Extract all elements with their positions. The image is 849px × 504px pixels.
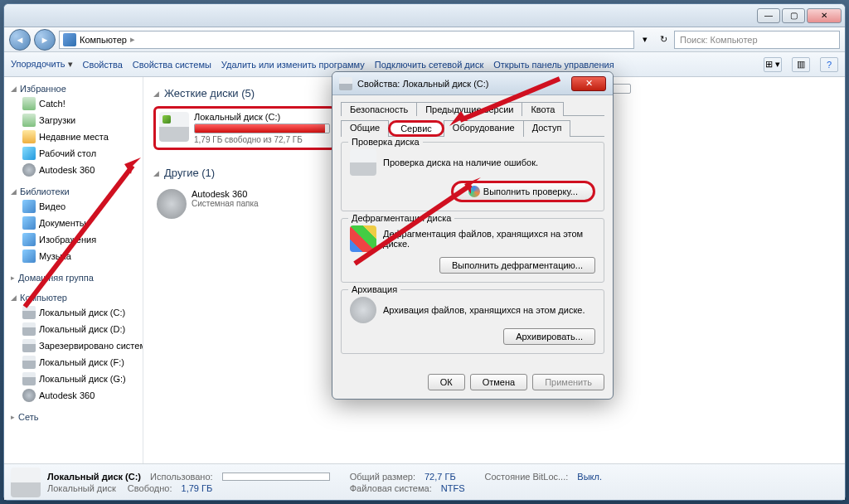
address-bar[interactable]: Компьютер ▸ (59, 31, 634, 49)
cancel-button[interactable]: Отмена (470, 374, 527, 390)
view-options-button[interactable]: ⊞ ▾ (764, 57, 782, 72)
sidebar-item-fav-0[interactable]: Catch! (4, 95, 143, 112)
forward-button[interactable]: ► (34, 29, 56, 51)
drive-free-text: 1,79 ГБ свободно из 72,7 ГБ (194, 135, 330, 144)
run-archive-button[interactable]: Архивировать... (503, 328, 595, 345)
properties-button[interactable]: Свойства (83, 60, 123, 70)
ic-auto-icon (22, 389, 36, 402)
drive-usage-bar (194, 124, 330, 133)
drive-icon (159, 112, 189, 142)
uninstall-button[interactable]: Удалить или изменить программу (221, 60, 365, 70)
tab-Общие[interactable]: Общие (341, 120, 389, 137)
organize-menu[interactable]: Упорядочить (11, 59, 73, 70)
refresh-button[interactable]: ↻ (656, 34, 671, 45)
status-fs-val: NTFS (441, 483, 465, 493)
status-free-val: 1,79 ГБ (182, 483, 213, 493)
sidebar-item-label: Зарезервировано системой (39, 341, 143, 351)
annotation-arrow-1 (17, 149, 158, 317)
dialog-footer: ОК Отмена Применить (332, 367, 613, 399)
archive-legend: Архивация (348, 284, 400, 294)
breadcrumb-sep: ▸ (130, 34, 135, 45)
breadcrumb[interactable]: Компьютер (80, 35, 127, 45)
ic-dl-icon (22, 114, 36, 127)
computer-icon (63, 33, 76, 46)
tab-Сервис[interactable]: Сервис (388, 120, 444, 137)
annotation-arrow-3 (347, 172, 496, 274)
tab-Безопасность[interactable]: Безопасность (341, 102, 417, 116)
folder-sub: Системная папка (192, 199, 332, 208)
maximize-button[interactable]: ▢ (782, 8, 805, 23)
sidebar-item-comp-4[interactable]: Локальный диск (G:) (4, 371, 143, 387)
ic-disk-icon (22, 322, 36, 336)
status-bitlocker-val: Выкл. (577, 472, 602, 482)
sidebar-item-label: Недавние места (39, 132, 109, 142)
status-used-label: Использовано: (150, 472, 213, 482)
check-legend: Проверка диска (348, 137, 423, 147)
status-total-val: 72,7 ГБ (424, 472, 456, 482)
svg-marker-1 (449, 111, 468, 126)
search-input[interactable]: Поиск: Компьютер (674, 31, 840, 49)
drive-icon (339, 77, 352, 90)
status-name: Локальный диск (C:) (47, 472, 141, 482)
map-drive-button[interactable]: Подключить сетевой диск (375, 60, 483, 70)
control-panel-button[interactable]: Открыть панель управления (493, 60, 614, 70)
sidebar-item-fav-2[interactable]: Недавние места (4, 128, 143, 145)
sidebar-item-label: Локальный диск (D:) (39, 324, 125, 334)
sidebar-network[interactable]: ▸Сеть (4, 410, 143, 424)
sidebar-item-comp-5[interactable]: Autodesk 360 (4, 387, 143, 404)
titlebar: — ▢ ✕ (4, 4, 845, 27)
sidebar-item-comp-3[interactable]: Локальный диск (F:) (4, 354, 143, 371)
system-properties-button[interactable]: Свойства системы (133, 60, 211, 70)
svg-marker-2 (464, 177, 481, 194)
sidebar-item-comp-1[interactable]: Локальный диск (D:) (4, 321, 143, 337)
sidebar-item-label: Локальный диск (G:) (39, 374, 126, 384)
sidebar-item-label: Загрузки (39, 115, 75, 125)
dialog-close-button[interactable]: ✕ (571, 76, 606, 91)
ok-button[interactable]: ОК (428, 374, 465, 390)
folder-item[interactable]: Autodesk 360Системная папка (153, 186, 336, 222)
status-fs-label: Файловая система: (350, 483, 432, 493)
sidebar-item-label: Локальный диск (F:) (39, 357, 124, 367)
sidebar-item-fav-1[interactable]: Загрузки (4, 112, 143, 128)
drive-item[interactable]: Локальный диск (C:)1,79 ГБ свободно из 7… (153, 106, 336, 150)
ic-disk-icon (22, 372, 36, 385)
status-bitlocker-label: Состояние BitLoc...: (485, 472, 569, 482)
fieldset-archive: Архивация Архивация файлов, хранящихся н… (341, 289, 604, 354)
folder-name: Autodesk 360 (192, 189, 332, 199)
sidebar-item-comp-2[interactable]: Зарезервировано системой (4, 337, 143, 354)
archive-icon (350, 297, 376, 323)
status-type: Локальный диск (47, 483, 116, 493)
minimize-button[interactable]: — (757, 8, 780, 23)
autodesk-icon (157, 189, 187, 219)
ic-dl-icon (22, 97, 36, 110)
status-used-bar (222, 472, 330, 481)
status-free-label: Свободно: (128, 483, 172, 493)
drive-name: Локальный диск (C:) (194, 112, 330, 122)
ic-disk-icon (22, 356, 36, 369)
statusbar: Локальный диск (C:) Использовано: Локаль… (4, 463, 845, 500)
sidebar-favorites[interactable]: ◢Избранное (4, 82, 143, 95)
search-placeholder: Поиск: Компьютер (680, 35, 758, 45)
status-total-label: Общий размер: (350, 472, 415, 482)
sidebar-item-label: Autodesk 360 (39, 390, 95, 400)
check-text: Проверка диска на наличие ошибок. (383, 158, 595, 167)
annotation-arrow-2 (439, 75, 572, 134)
sidebar-item-label: Catch! (39, 99, 65, 109)
back-button[interactable]: ◄ (9, 29, 31, 51)
dropdown-icon[interactable]: ▾ (638, 34, 653, 45)
archive-text: Архивация файлов, хранящихся на этом дис… (383, 305, 595, 315)
status-drive-icon (11, 468, 41, 497)
navbar: ◄ ► Компьютер ▸ ▾ ↻ Поиск: Компьютер (4, 27, 845, 52)
preview-pane-button[interactable]: ▥ (792, 57, 810, 72)
help-button[interactable]: ? (820, 57, 838, 72)
close-button[interactable]: ✕ (807, 8, 842, 23)
ic-disk-icon (22, 339, 36, 352)
apply-button[interactable]: Применить (532, 374, 604, 390)
ic-folder-icon (22, 130, 36, 143)
